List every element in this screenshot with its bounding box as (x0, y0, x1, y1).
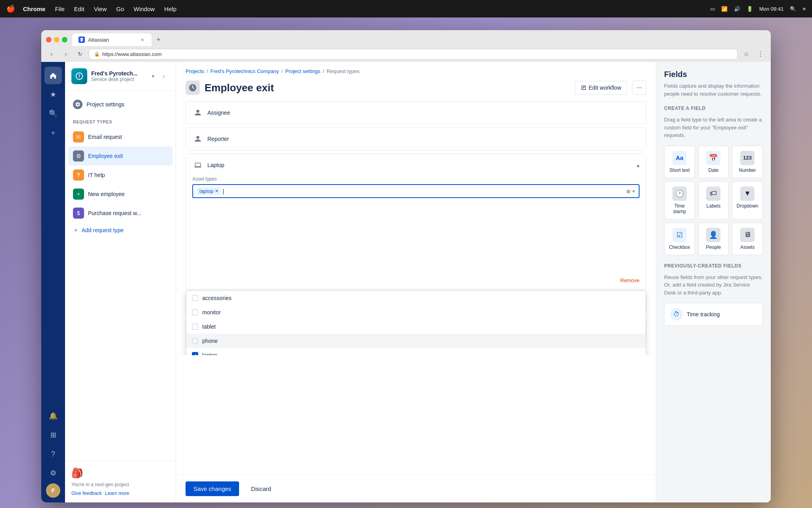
field-type-short-text[interactable]: Aa Short text (664, 146, 695, 178)
field-type-number[interactable]: 123 Number (732, 146, 763, 178)
browser-tab-atlassian[interactable]: Atlassian ✕ (72, 33, 151, 46)
nav-create-icon[interactable]: ＋ (44, 124, 62, 141)
field-type-time-stamp[interactable]: 🕐 Time stamp (664, 181, 695, 219)
nav-notifications-icon[interactable]: 🔔 (44, 407, 62, 425)
remove-link[interactable]: Remove (620, 277, 640, 283)
phone-checkbox[interactable] (192, 338, 198, 344)
assignee-field-row[interactable]: Assignee (186, 101, 646, 124)
asset-clear-icon[interactable]: ⊗ (626, 188, 631, 194)
nav-apps-icon[interactable]: ⊞ (44, 426, 62, 444)
right-panel-desc: Fields capture and display the informati… (664, 82, 763, 98)
menu-window[interactable]: Window (134, 6, 155, 12)
breadcrumb-projects[interactable]: Projects (186, 68, 204, 74)
purchase-request-label: Purchase request w... (88, 210, 142, 216)
give-feedback-link[interactable]: Give feedback (71, 491, 102, 496)
sidebar-item-project-settings[interactable]: Project settings (68, 96, 172, 113)
assets-icon: 🖥 (740, 228, 755, 242)
bookmark-button[interactable]: ☆ (741, 48, 752, 60)
learn-more-link[interactable]: Learn more (105, 491, 129, 496)
nav-settings-icon[interactable]: ⚙ (44, 464, 62, 482)
reporter-field-row[interactable]: Reporter (186, 127, 646, 150)
dropdown-option-monitor[interactable]: monitor (186, 305, 645, 319)
next-gen-icon: 🎒 (71, 468, 169, 479)
accessories-checkbox[interactable] (192, 295, 198, 301)
email-request-icon: ✉ (73, 131, 84, 142)
discard-button[interactable]: Discard (243, 481, 279, 496)
reload-button[interactable]: ↻ (75, 48, 86, 60)
nav-starred-icon[interactable]: ★ (44, 86, 62, 103)
asset-dropdown-arrow-icon[interactable]: ▾ (632, 189, 635, 194)
employee-exit-label: Employee exit (88, 153, 123, 159)
forward-button[interactable]: › (60, 48, 71, 60)
menu-file[interactable]: File (55, 6, 65, 12)
accessories-label: accessories (202, 295, 232, 301)
add-icon: ＋ (73, 227, 79, 234)
project-settings-icon (73, 100, 82, 109)
sidebar-item-employee-exit[interactable]: ⚙ Employee exit (68, 146, 172, 165)
field-types-grid: Aa Short text 📅 Date 123 Number 🕐 Time s… (664, 146, 763, 255)
user-avatar[interactable]: F (46, 483, 60, 498)
menu-chrome[interactable]: Chrome (23, 6, 46, 12)
dropdown-option-accessories[interactable]: accessories (186, 291, 645, 305)
browser-chrome: Atlassian ✕ + ‹ › ↻ 🔒 https://www.atlass… (41, 30, 771, 62)
breadcrumb-project-settings[interactable]: Project settings (285, 68, 320, 74)
lock-icon: 🔒 (94, 51, 100, 57)
nav-home-icon[interactable] (44, 67, 62, 84)
sidebar-item-purchase-request[interactable]: $ Purchase request w... (68, 204, 172, 223)
sidebar-collapse-button[interactable]: ‹ (158, 71, 169, 82)
nav-help-icon[interactable]: ? (44, 445, 62, 463)
mac-status-bar: ▭ 📶 🔊 🔋 Mon 09:41 🔍 ≡ (710, 6, 806, 12)
new-tab-button[interactable]: + (153, 34, 164, 45)
laptop-checkbox[interactable]: ✓ (192, 352, 198, 355)
dropdown-option-laptop[interactable]: ✓ laptop (186, 348, 645, 355)
menu-help[interactable]: Help (164, 6, 176, 12)
sidebar-item-it-help[interactable]: ? IT help (68, 165, 172, 185)
browser-more-button[interactable]: ⋮ (755, 48, 766, 60)
asset-tag-remove-icon[interactable]: ✕ (215, 189, 218, 194)
breadcrumb-company[interactable]: Fred's Pyrotechnics Company (211, 68, 279, 74)
maximize-button[interactable] (62, 37, 67, 42)
field-type-checkbox[interactable]: ☑ Checkbox (664, 223, 695, 255)
more-actions-button[interactable]: ··· (632, 81, 646, 95)
apple-menu[interactable]: 🍎 (6, 4, 15, 13)
field-type-people[interactable]: 👤 People (698, 223, 729, 255)
tablet-checkbox[interactable] (192, 323, 198, 330)
laptop-section-header[interactable]: Laptop ▴ (186, 154, 646, 176)
asset-input-cursor: | (222, 188, 224, 194)
back-button[interactable]: ‹ (46, 48, 57, 60)
dropdown-option-phone[interactable]: phone (186, 334, 645, 348)
sidebar-item-new-employee[interactable]: ＋ New employee (68, 185, 172, 204)
project-icon (71, 68, 87, 84)
menu-go[interactable]: Go (116, 6, 124, 12)
minimize-button[interactable] (54, 37, 59, 42)
new-employee-icon: ＋ (73, 189, 84, 200)
field-type-assets[interactable]: 🖥 Assets (732, 223, 763, 255)
menu-view[interactable]: View (94, 6, 107, 12)
dropdown-option-tablet[interactable]: tablet (186, 319, 645, 334)
menu-edit[interactable]: Edit (74, 6, 84, 12)
close-button[interactable] (46, 37, 52, 42)
monitor-checkbox[interactable] (192, 309, 198, 316)
edit-workflow-button[interactable]: Edit workflow (575, 81, 627, 94)
tab-close-icon[interactable]: ✕ (140, 37, 145, 42)
project-dropdown-icon[interactable]: ▾ (152, 73, 154, 79)
field-type-date[interactable]: 📅 Date (698, 146, 729, 178)
asset-types-input[interactable]: laptop ✕ | ⊗ ▾ (192, 184, 640, 198)
address-bar[interactable]: 🔒 https://www.atlassian.com (89, 49, 737, 60)
save-changes-button[interactable]: Save changes (186, 481, 239, 496)
phone-label: phone (202, 338, 218, 344)
field-type-labels[interactable]: 🏷 Labels (698, 181, 729, 219)
number-label: Number (739, 167, 756, 173)
search-icon[interactable]: 🔍 (790, 6, 796, 12)
previously-created-title: PREVIOUSLY-CREATED FIELDS (664, 263, 763, 269)
mac-menu-items: Chrome File Edit View Go Window Help (23, 6, 176, 12)
list-icon[interactable]: ≡ (802, 6, 806, 12)
clock: Mon 09:41 (759, 6, 783, 12)
add-request-type-button[interactable]: ＋ Add request type (68, 223, 172, 238)
nav-search-icon[interactable]: 🔍 (44, 105, 62, 122)
reporter-label: Reporter (207, 136, 640, 142)
field-type-dropdown[interactable]: ▼ Dropdown (732, 181, 763, 219)
monitor-label: monitor (202, 309, 221, 316)
sidebar-item-email-request[interactable]: ✉ Email request (68, 127, 172, 146)
time-tracking-card[interactable]: ⏱ Time tracking (664, 303, 763, 326)
